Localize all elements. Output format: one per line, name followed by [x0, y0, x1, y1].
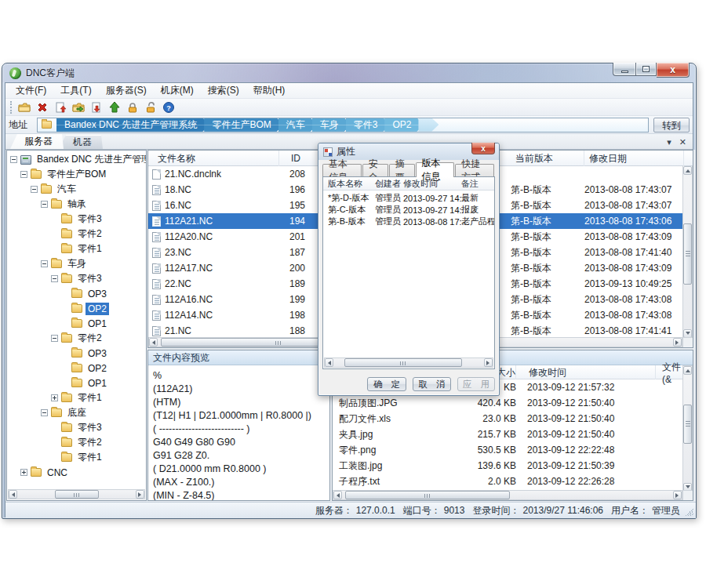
dialog-tab-版本信息[interactable]: 版本信息 [416, 162, 455, 177]
minimize-button[interactable] [613, 63, 635, 76]
version-column-name[interactable]: 版本名称 [328, 177, 375, 191]
tree-item-OP1[interactable]: OP1 [7, 316, 146, 331]
tree-item-零件1[interactable]: 零件1 [7, 241, 146, 256]
expand-icon[interactable] [20, 469, 27, 476]
toolbar-import-folder-icon[interactable] [71, 100, 86, 115]
tree-item-零件3[interactable]: 零件3 [7, 212, 146, 227]
tree-item-零件2[interactable]: 零件2 [7, 331, 146, 346]
chevron-down-icon[interactable]: ▾ [667, 136, 671, 147]
menu-item-t[interactable]: 工具(T) [53, 82, 98, 99]
scroll-thumb[interactable] [345, 491, 510, 499]
tree-item-车身[interactable]: 车身 [7, 256, 146, 271]
attachment-row[interactable]: 零件.png530.5 KB2013-09-12 22:22:48 [333, 442, 682, 458]
collapse-icon[interactable] [51, 335, 58, 342]
breadcrumb-segment[interactable]: 零件3 [346, 118, 391, 132]
tree-item-零件1[interactable]: 零件1 [7, 390, 146, 405]
tree-item-OP2[interactable]: OP2 [7, 361, 146, 376]
toolbar-unlock-icon[interactable] [143, 100, 158, 115]
collapse-icon[interactable] [51, 275, 58, 282]
version-row[interactable]: 第-C-版本管理员2013-09-27 14:...报废 [323, 204, 494, 216]
breadcrumb-segment[interactable]: 车身 [312, 118, 351, 132]
scroll-thumb[interactable] [683, 405, 692, 444]
column-header-date[interactable]: 修改日期 [584, 151, 684, 166]
toolbar-lock-icon[interactable] [125, 100, 140, 115]
column-header-name[interactable]: 文件名称 [153, 151, 279, 166]
breadcrumb-segment[interactable]: OP2 [384, 118, 424, 132]
maximize-button[interactable] [635, 63, 657, 76]
attachment-row[interactable]: 配刀文件.xls23.0 KB2013-09-12 21:50:40 [333, 411, 682, 426]
scroll-right-icon[interactable] [484, 358, 493, 367]
scroll-right-icon[interactable] [673, 491, 682, 499]
tree-item-零件2[interactable]: 零件2 [7, 435, 146, 450]
scroll-left-icon[interactable] [9, 490, 17, 499]
tab-close-icon[interactable]: ✕ [679, 136, 686, 147]
menu-item-h[interactable]: 帮助(H) [246, 82, 293, 99]
collapse-icon[interactable] [41, 201, 48, 208]
toolbar-delete-icon[interactable] [35, 100, 50, 115]
collapse-icon[interactable] [31, 186, 38, 193]
close-button[interactable]: x [657, 63, 690, 78]
collapse-icon[interactable] [41, 409, 48, 416]
scroll-thumb[interactable] [55, 490, 99, 499]
attachments-hscrollbar[interactable] [333, 490, 682, 500]
ok-button[interactable]: 确 定 [367, 377, 406, 391]
version-row[interactable]: *第-D-版本管理员2013-09-27 14:...最新 [323, 192, 494, 204]
breadcrumb-segment[interactable]: Bandex DNC 先进生产管理系统 [56, 118, 209, 132]
tree-item-OP3[interactable]: OP3 [7, 346, 146, 361]
attachment-row[interactable]: 工装图.jpg139.6 KB2013-09-12 21:50:39 [333, 458, 682, 474]
tree-hscrollbar[interactable] [8, 489, 145, 499]
scroll-up-icon[interactable] [683, 366, 692, 375]
dialog-tab-快捷方式[interactable]: 快捷方式 [455, 164, 494, 177]
attachment-row[interactable]: 子程序.txt2.0 KB2013-09-12 22:26:28 [333, 474, 682, 489]
column-header-version[interactable]: 当前版本 [511, 151, 584, 166]
toolbar-new-folder-icon[interactable] [16, 100, 32, 115]
attachment-row[interactable]: 制品顶图.JPG420.4 KB2013-09-12 21:50:40 [333, 395, 682, 411]
resize-grip[interactable] [686, 508, 693, 516]
tree-item-汽车[interactable]: 汽车 [7, 182, 146, 197]
dialog-tab-基本信息[interactable]: 基本信息 [322, 164, 362, 177]
dialog-tab-安全[interactable]: 安全 [362, 164, 388, 177]
menu-item-s[interactable]: 服务器(S) [99, 82, 154, 99]
column-header-id[interactable]: ID [286, 151, 322, 166]
breadcrumb-segment[interactable]: 汽车 [278, 118, 318, 132]
attachment-row[interactable]: 夹具.jpg215.7 KB2013-09-12 21:50:40 [333, 426, 682, 442]
tree-item-底座[interactable]: 底座 [7, 405, 146, 420]
toolbar-help-icon[interactable]: ? [161, 100, 176, 115]
toolbar-checkout-file-icon[interactable] [89, 100, 104, 115]
menu-item-f[interactable]: 文件(F) [9, 82, 53, 99]
scroll-thumb[interactable] [344, 358, 462, 367]
scroll-up-icon[interactable] [683, 166, 692, 175]
tree-item-零件2[interactable]: 零件2 [7, 227, 146, 241]
column-header-time[interactable]: 修改时间 [524, 365, 656, 379]
tree-item-轴承[interactable]: 轴承 [7, 197, 146, 212]
scroll-left-icon[interactable] [149, 338, 158, 347]
version-list-hscrollbar[interactable] [324, 358, 493, 368]
tab-服务器[interactable]: 服务器 [10, 134, 64, 149]
toolbar-grip[interactable] [10, 101, 13, 114]
scroll-left-icon[interactable] [333, 491, 342, 499]
file-list-vscrollbar[interactable] [682, 166, 693, 339]
tree-item-零件3[interactable]: 零件3 [7, 271, 146, 286]
tab-机器[interactable]: 机器 [59, 135, 103, 149]
tree-item-Bandex DNC 先进生产管理系[interactable]: Bandex DNC 先进生产管理系 [7, 152, 146, 167]
tree-item-OP1[interactable]: OP1 [7, 376, 146, 390]
tree-item-OP2[interactable]: OP2 [7, 301, 146, 316]
collapse-icon[interactable] [41, 260, 48, 267]
version-column-note[interactable]: 备注 [461, 177, 495, 191]
tree-item-CNC[interactable]: CNC [7, 465, 146, 480]
dialog-tab-摘要[interactable]: 摘要 [389, 164, 415, 177]
expand-icon[interactable] [51, 394, 58, 401]
toolbar-checkin-file-icon[interactable] [53, 100, 68, 115]
version-row[interactable]: 第-B-版本管理员2013-08-08 17:...老产品程序 [323, 216, 494, 227]
scroll-left-icon[interactable] [325, 358, 333, 367]
version-column-creator[interactable]: 创建者 [375, 177, 402, 191]
scroll-right-icon[interactable] [673, 338, 682, 347]
tree-item-OP3[interactable]: OP3 [7, 286, 146, 301]
collapse-icon[interactable] [20, 171, 27, 178]
tree-item-零件3[interactable]: 零件3 [7, 420, 146, 435]
column-header-file[interactable]: 文件(& [657, 365, 684, 379]
menu-item-m[interactable]: 机床(M) [154, 82, 201, 99]
breadcrumb-segment[interactable]: 零件生产BOM [204, 118, 283, 132]
collapse-icon[interactable] [10, 156, 17, 163]
tree-item-零件生产BOM[interactable]: 零件生产BOM [7, 167, 146, 182]
